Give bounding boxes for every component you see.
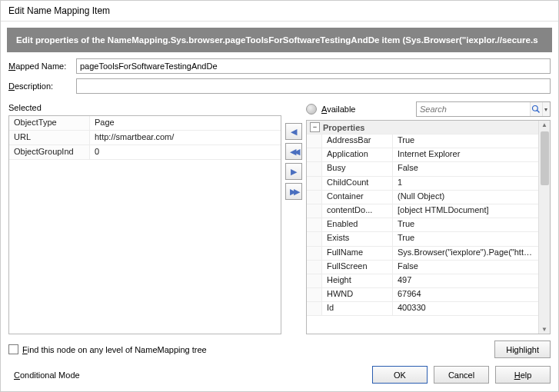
property-value: True bbox=[393, 232, 538, 245]
tree-indent bbox=[307, 204, 322, 218]
scroll-up-icon[interactable]: ▲ bbox=[541, 121, 547, 128]
property-name: FullName bbox=[322, 247, 393, 260]
mapped-name-input[interactable] bbox=[76, 58, 551, 74]
property-value: [object HTMLDocument] bbox=[393, 204, 538, 218]
cancel-button[interactable]: Cancel bbox=[434, 366, 489, 384]
tree-indent bbox=[307, 288, 322, 301]
tree-indent bbox=[307, 162, 322, 175]
help-button[interactable]: Help bbox=[495, 366, 551, 384]
move-all-right-button[interactable]: ▶▶ bbox=[285, 183, 302, 200]
scrollbar-vertical[interactable]: ▲ ▼ bbox=[538, 121, 550, 334]
search-icon[interactable] bbox=[530, 102, 542, 116]
table-row[interactable]: BusyFalse bbox=[307, 162, 538, 176]
scroll-thumb[interactable] bbox=[541, 131, 549, 185]
table-row[interactable]: ChildCount1 bbox=[307, 177, 538, 191]
table-row[interactable]: ObjectGroupInd0 bbox=[9, 145, 281, 160]
property-name: AddressBar bbox=[322, 135, 393, 148]
property-name: Container bbox=[322, 191, 393, 204]
property-name: FullScreen bbox=[322, 261, 393, 274]
tree-indent bbox=[307, 232, 322, 245]
property-name: Id bbox=[322, 302, 393, 315]
property-name: contentDo... bbox=[322, 204, 393, 218]
table-row[interactable]: FullNameSys.Browser("iexplore").Page("ht… bbox=[307, 247, 538, 261]
property-value: 1 bbox=[393, 177, 538, 190]
property-name: URL bbox=[9, 131, 90, 145]
property-value: http://smartbear.com/ bbox=[90, 131, 281, 145]
description-label: Description: bbox=[8, 81, 76, 91]
svg-line-1 bbox=[537, 111, 540, 113]
property-name: ChildCount bbox=[322, 177, 393, 190]
mapped-name-label: Mapped Name: bbox=[8, 61, 76, 71]
table-row[interactable]: EnabledTrue bbox=[307, 218, 538, 232]
property-value: 0 bbox=[90, 145, 281, 159]
property-value: True bbox=[393, 218, 538, 231]
status-lamp-icon bbox=[306, 104, 317, 115]
tree-indent bbox=[307, 274, 322, 287]
find-node-checkbox[interactable] bbox=[8, 344, 18, 354]
available-grid[interactable]: − Properties AddressBarTrueApplicationIn… bbox=[306, 120, 551, 334]
table-row[interactable]: Height497 bbox=[307, 274, 538, 288]
divider bbox=[1, 21, 558, 22]
property-value: Sys.Browser("iexplore").Page("http://sec… bbox=[393, 247, 538, 260]
move-all-left-button[interactable]: ◀◀ bbox=[285, 143, 302, 160]
tree-indent bbox=[307, 177, 322, 190]
selected-title: Selected bbox=[8, 101, 281, 115]
property-name: Busy bbox=[322, 162, 393, 175]
table-row[interactable]: FullScreenFalse bbox=[307, 261, 538, 274]
property-value: False bbox=[393, 261, 538, 274]
table-row[interactable]: HWND67964 bbox=[307, 288, 538, 302]
selected-grid[interactable]: ObjectTypePageURLhttp://smartbear.com/Ob… bbox=[8, 115, 281, 334]
available-title: Available bbox=[321, 105, 355, 114]
property-name: Exists bbox=[322, 232, 393, 245]
property-value: 400330 bbox=[393, 302, 538, 315]
conditional-mode-button[interactable]: Conditional Mode bbox=[8, 366, 85, 384]
highlight-button[interactable]: Highlight bbox=[494, 341, 551, 358]
scroll-down-icon[interactable]: ▼ bbox=[541, 326, 547, 333]
property-name: Enabled bbox=[322, 218, 393, 231]
table-row[interactable]: ExistsTrue bbox=[307, 232, 538, 246]
form-area: Mapped Name: Description: bbox=[1, 52, 558, 101]
property-name: Application bbox=[322, 148, 393, 161]
property-value: True bbox=[393, 135, 538, 148]
table-row[interactable]: Container(Null Object) bbox=[307, 191, 538, 204]
property-name: ObjectGroupInd bbox=[9, 145, 90, 159]
ok-button[interactable]: OK bbox=[372, 366, 428, 384]
property-value: (Null Object) bbox=[393, 191, 538, 204]
property-value: False bbox=[393, 162, 538, 175]
tree-indent bbox=[307, 247, 322, 260]
tree-indent bbox=[307, 302, 322, 315]
tree-indent bbox=[307, 261, 322, 274]
header-description: Edit properties of the NameMapping.Sys.b… bbox=[7, 28, 552, 52]
property-name: ObjectType bbox=[9, 116, 90, 130]
properties-group-title: Properties bbox=[323, 123, 364, 132]
tree-indent bbox=[307, 218, 322, 231]
property-name: Height bbox=[322, 274, 393, 287]
table-row[interactable]: URLhttp://smartbear.com/ bbox=[9, 131, 281, 145]
tree-indent bbox=[307, 191, 322, 204]
tree-indent bbox=[307, 148, 322, 161]
find-node-label: Find this node on any level of NameMappi… bbox=[22, 345, 207, 354]
property-value: Internet Explorer bbox=[393, 148, 538, 161]
property-value: Page bbox=[90, 116, 281, 130]
table-row[interactable]: contentDo...[object HTMLDocument] bbox=[307, 204, 538, 218]
property-name: HWND bbox=[322, 288, 393, 301]
tree-indent bbox=[307, 135, 322, 148]
svg-point-0 bbox=[533, 106, 538, 111]
move-right-button[interactable]: ▶ bbox=[285, 163, 302, 180]
search-dropdown-icon[interactable]: ▾ bbox=[542, 102, 550, 116]
search-input[interactable] bbox=[417, 102, 530, 116]
window-title: Edit Name Mapping Item bbox=[1, 1, 558, 19]
collapse-toggle-icon[interactable]: − bbox=[310, 122, 320, 132]
property-value: 497 bbox=[393, 274, 538, 287]
table-row[interactable]: Id400330 bbox=[307, 302, 538, 316]
description-input[interactable] bbox=[76, 78, 551, 94]
table-row[interactable]: ApplicationInternet Explorer bbox=[307, 148, 538, 162]
move-left-button[interactable]: ◀ bbox=[285, 123, 302, 140]
table-row[interactable]: AddressBarTrue bbox=[307, 135, 538, 148]
table-row[interactable]: ObjectTypePage bbox=[9, 116, 281, 131]
property-value: 67964 bbox=[393, 288, 538, 301]
